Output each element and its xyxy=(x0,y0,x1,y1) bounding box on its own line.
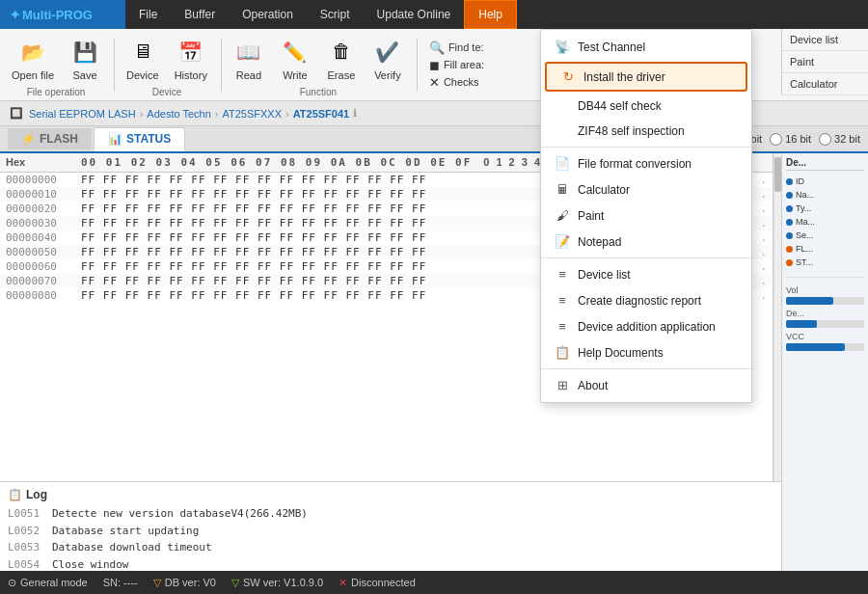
breadcrumb-part-1[interactable]: Serial EEPROM LASH xyxy=(29,108,136,120)
sep-3 xyxy=(541,368,751,369)
zif48-label: ZIF48 self inspection xyxy=(578,124,685,138)
device-icon: 🖥 xyxy=(127,37,158,68)
breadcrumb-current[interactable]: AT25SF041 xyxy=(293,108,350,120)
fill-label: Fill area: xyxy=(444,59,484,70)
open-file-label: Open file xyxy=(12,69,54,81)
install-driver-label: Install the driver xyxy=(583,70,665,84)
find-icon: 🔍 xyxy=(429,40,445,55)
sep-3 xyxy=(417,39,418,92)
sw-icon: ▽ xyxy=(231,577,239,589)
sn-label: SN: ---- xyxy=(103,577,138,588)
dropdown-calculator[interactable]: 🖩 Calculator xyxy=(541,176,751,202)
dropdown-help-docs[interactable]: 📋 Help Documents xyxy=(541,339,751,365)
log-title: 📋 Log xyxy=(8,488,860,501)
verify-button[interactable]: ✔️ Verify xyxy=(366,33,409,85)
fill-button[interactable]: ◼ Fill area: xyxy=(429,58,484,72)
function-group-label: Function xyxy=(228,87,409,97)
menu-file[interactable]: File xyxy=(125,0,171,29)
quick-paint[interactable]: Paint xyxy=(782,51,868,73)
status-dot xyxy=(786,259,793,266)
device-info-sidebar: De... ID Na... Ty... Ma... Se... FL... S… xyxy=(781,153,868,594)
quick-calculator[interactable]: Calculator xyxy=(782,73,868,95)
device-addition-icon: ≡ xyxy=(555,319,570,334)
list-item: L0053 Database download timeout xyxy=(8,539,860,556)
dropdown-device-list[interactable]: ≡ Device list xyxy=(541,261,751,287)
scrollbar[interactable] xyxy=(773,153,781,481)
app-title: Multi-PROG xyxy=(22,8,93,22)
db-icon: ▽ xyxy=(153,577,161,589)
scroll-thumb[interactable] xyxy=(774,157,781,192)
toolbar-group-file: 📂 Open file 💾 Save File operation xyxy=(6,33,106,97)
menu-script[interactable]: Script xyxy=(307,0,364,29)
menu-update-online[interactable]: Update Online xyxy=(364,0,465,29)
menu-items: File Buffer Operation Script Update Onli… xyxy=(125,0,517,29)
history-button[interactable]: 📅 History xyxy=(169,33,213,85)
open-file-button[interactable]: 📂 Open file xyxy=(6,33,60,85)
tab-status[interactable]: 📊 STATUS xyxy=(94,127,185,151)
device-button[interactable]: 🖥 Device xyxy=(121,33,165,85)
menu-help[interactable]: Help xyxy=(464,0,517,29)
radio-16bit[interactable]: 16 bit xyxy=(770,133,811,146)
toolbar-right: 🔍 Find te: ◼ Fill area: ✕ Checks xyxy=(429,40,484,90)
breadcrumb-part-2[interactable]: Adesto Techn xyxy=(147,108,210,120)
dropdown-diagnostic[interactable]: ≡ Create diagnostic report xyxy=(541,287,751,313)
radio-32bit[interactable]: 32 bit xyxy=(819,133,860,146)
tab-flash[interactable]: ⚡ FLASH xyxy=(8,128,92,149)
disconnected-icon: ✕ xyxy=(339,577,347,589)
status-sn: SN: ---- xyxy=(103,577,138,588)
diagnostic-label: Create diagnostic report xyxy=(578,294,701,308)
device-addition-label: Device addition application xyxy=(578,320,716,334)
test-channel-icon: 📡 xyxy=(555,40,570,54)
tab-flash-label: FLASH xyxy=(40,132,78,146)
dropdown-zif48[interactable]: ZIF48 self inspection xyxy=(541,119,751,144)
notepad-label: Notepad xyxy=(578,235,621,249)
dropdown-paint[interactable]: 🖌 Paint xyxy=(541,202,751,229)
dropdown-device-addition[interactable]: ≡ Device addition application xyxy=(541,313,751,339)
diagnostic-icon: ≡ xyxy=(555,293,570,308)
dropdown-file-format[interactable]: 📄 File format conversion xyxy=(541,150,751,176)
list-item: L0052 Database start updating xyxy=(8,523,860,540)
find-button[interactable]: 🔍 Find te: xyxy=(429,40,484,55)
read-button[interactable]: 📖 Read xyxy=(228,33,270,85)
erase-button[interactable]: 🗑 Erase xyxy=(320,33,363,85)
quick-device-list[interactable]: Device list xyxy=(782,29,868,51)
save-button[interactable]: 💾 Save xyxy=(64,33,106,85)
calculator-icon: 🖩 xyxy=(555,182,570,197)
help-dropdown-menu: 📡 Test Channel ↻ Install the driver DB44… xyxy=(540,29,752,403)
write-button[interactable]: ✏️ Write xyxy=(274,33,316,85)
write-label: Write xyxy=(283,69,307,81)
breadcrumb-part-3[interactable]: AT25SFXXX xyxy=(222,108,282,120)
device-field-series: Se... xyxy=(786,230,864,240)
device-field-status: ST... xyxy=(786,257,864,267)
status-bar: ⊙ General mode SN: ---- ▽ DB ver: V0 ▽ S… xyxy=(0,571,868,594)
notepad-icon: 📝 xyxy=(555,234,570,249)
file-format-icon: 📄 xyxy=(555,156,570,171)
save-label: Save xyxy=(72,69,96,81)
id-dot xyxy=(786,178,793,185)
dropdown-install-driver[interactable]: ↻ Install the driver xyxy=(545,62,747,92)
menu-buffer[interactable]: Buffer xyxy=(171,0,229,29)
sw-label: SW ver: V1.0.9.0 xyxy=(243,577,323,588)
about-icon: ⊞ xyxy=(555,378,570,392)
menu-operation[interactable]: Operation xyxy=(229,0,307,29)
status-tab-icon: 📊 xyxy=(108,132,122,146)
dropdown-db44-check[interactable]: DB44 self check xyxy=(541,94,751,119)
breadcrumb-icon: 🔲 xyxy=(10,107,23,120)
verify-label: Verify xyxy=(374,69,401,81)
status-connection: ✕ Disconnected xyxy=(339,577,416,589)
history-label: History xyxy=(175,69,207,81)
info-icon[interactable]: ℹ xyxy=(353,107,357,120)
file-group-label: File operation xyxy=(6,87,106,97)
tab-status-label: STATUS xyxy=(126,132,171,146)
dropdown-test-channel[interactable]: 📡 Test Channel xyxy=(541,34,751,60)
device-list-label: Device list xyxy=(578,268,631,282)
connection-label: Disconnected xyxy=(351,577,416,588)
file-format-label: File format conversion xyxy=(578,157,692,171)
dropdown-about[interactable]: ⊞ About xyxy=(541,372,751,398)
db44-label: DB44 self check xyxy=(578,99,662,113)
device-sidebar-title: De... xyxy=(786,157,864,171)
checks-button[interactable]: ✕ Checks xyxy=(429,75,484,90)
dropdown-notepad[interactable]: 📝 Notepad xyxy=(541,229,751,255)
device-field-flash: FL... xyxy=(786,244,864,254)
about-label: About xyxy=(578,379,608,392)
